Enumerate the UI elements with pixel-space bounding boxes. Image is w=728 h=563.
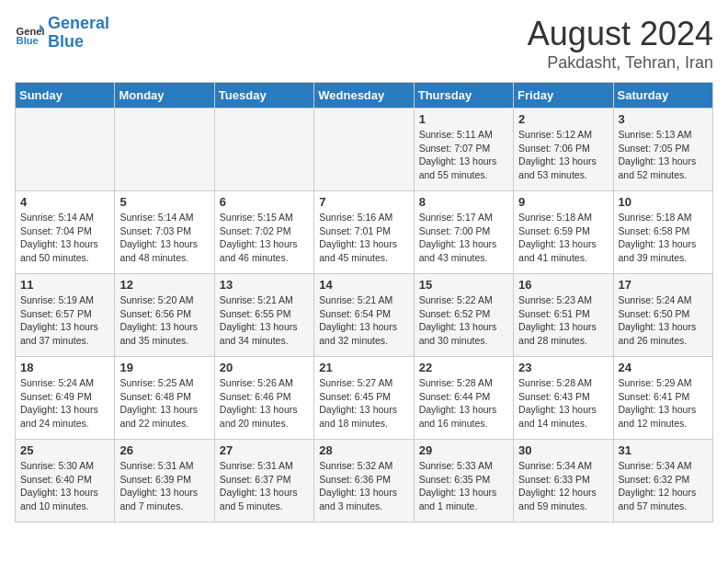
- day-number: 9: [518, 195, 608, 209]
- day-info: Sunrise: 5:31 AM Sunset: 6:39 PM Dayligh…: [119, 459, 209, 513]
- day-info: Sunrise: 5:16 AM Sunset: 7:01 PM Dayligh…: [319, 211, 408, 265]
- day-number: 21: [319, 361, 408, 374]
- day-number: 19: [119, 361, 209, 374]
- day-number: 25: [20, 443, 109, 457]
- header-tuesday: Tuesday: [214, 83, 313, 109]
- day-number: 13: [220, 278, 309, 292]
- day-number: 18: [20, 361, 109, 374]
- day-number: 28: [319, 443, 408, 457]
- logo: General Blue GeneralBlue: [15, 15, 109, 52]
- day-number: 3: [619, 112, 708, 126]
- calendar-cell: 25Sunrise: 5:30 AM Sunset: 6:40 PM Dayli…: [16, 440, 115, 523]
- calendar-cell: [16, 109, 115, 191]
- day-info: Sunrise: 5:30 AM Sunset: 6:40 PM Dayligh…: [20, 459, 109, 513]
- logo-icon: General Blue: [15, 18, 44, 48]
- day-info: Sunrise: 5:27 AM Sunset: 6:45 PM Dayligh…: [319, 376, 408, 431]
- header-thursday: Thursday: [414, 83, 513, 109]
- header-sunday: Sunday: [16, 83, 115, 109]
- day-info: Sunrise: 5:29 AM Sunset: 6:41 PM Dayligh…: [619, 376, 708, 431]
- day-info: Sunrise: 5:21 AM Sunset: 6:54 PM Dayligh…: [319, 293, 408, 348]
- day-number: 27: [220, 443, 309, 457]
- calendar-table: SundayMondayTuesdayWednesdayThursdayFrid…: [15, 82, 713, 523]
- calendar-cell: 6Sunrise: 5:15 AM Sunset: 7:02 PM Daylig…: [214, 191, 313, 274]
- day-number: 26: [119, 443, 209, 457]
- day-info: Sunrise: 5:18 AM Sunset: 6:58 PM Dayligh…: [619, 211, 708, 265]
- calendar-cell: 31Sunrise: 5:34 AM Sunset: 6:32 PM Dayli…: [613, 440, 712, 523]
- calendar-cell: 20Sunrise: 5:26 AM Sunset: 6:46 PM Dayli…: [214, 357, 313, 440]
- calendar-cell: 1Sunrise: 5:11 AM Sunset: 7:07 PM Daylig…: [414, 109, 513, 191]
- calendar-cell: 9Sunrise: 5:18 AM Sunset: 6:59 PM Daylig…: [514, 191, 613, 274]
- day-info: Sunrise: 5:13 AM Sunset: 7:05 PM Dayligh…: [619, 128, 708, 182]
- calendar-cell: 2Sunrise: 5:12 AM Sunset: 7:06 PM Daylig…: [514, 109, 613, 191]
- day-info: Sunrise: 5:32 AM Sunset: 6:36 PM Dayligh…: [319, 459, 408, 513]
- calendar-cell: 13Sunrise: 5:21 AM Sunset: 6:55 PM Dayli…: [214, 274, 313, 357]
- calendar-cell: [115, 109, 214, 191]
- logo-text: GeneralBlue: [48, 15, 109, 52]
- calendar-cell: 10Sunrise: 5:18 AM Sunset: 6:58 PM Dayli…: [613, 191, 712, 274]
- page-title: August 2024: [528, 15, 713, 53]
- calendar-week-row: 4Sunrise: 5:14 AM Sunset: 7:04 PM Daylig…: [16, 191, 713, 274]
- calendar-cell: 5Sunrise: 5:14 AM Sunset: 7:03 PM Daylig…: [115, 191, 214, 274]
- calendar-cell: 29Sunrise: 5:33 AM Sunset: 6:35 PM Dayli…: [414, 440, 513, 523]
- calendar-header-row: SundayMondayTuesdayWednesdayThursdayFrid…: [16, 83, 713, 109]
- calendar-cell: 19Sunrise: 5:25 AM Sunset: 6:48 PM Dayli…: [115, 357, 214, 440]
- day-number: 4: [20, 195, 109, 209]
- day-info: Sunrise: 5:15 AM Sunset: 7:02 PM Dayligh…: [220, 211, 309, 265]
- day-info: Sunrise: 5:20 AM Sunset: 6:56 PM Dayligh…: [119, 293, 209, 348]
- day-info: Sunrise: 5:18 AM Sunset: 6:59 PM Dayligh…: [518, 211, 608, 265]
- day-info: Sunrise: 5:28 AM Sunset: 6:44 PM Dayligh…: [419, 376, 508, 431]
- day-number: 16: [518, 278, 608, 292]
- calendar-week-row: 25Sunrise: 5:30 AM Sunset: 6:40 PM Dayli…: [16, 440, 713, 523]
- day-info: Sunrise: 5:17 AM Sunset: 7:00 PM Dayligh…: [419, 211, 508, 265]
- day-info: Sunrise: 5:11 AM Sunset: 7:07 PM Dayligh…: [419, 128, 508, 182]
- day-info: Sunrise: 5:26 AM Sunset: 6:46 PM Dayligh…: [220, 376, 309, 431]
- day-number: 15: [419, 278, 508, 292]
- calendar-cell: 22Sunrise: 5:28 AM Sunset: 6:44 PM Dayli…: [414, 357, 513, 440]
- page-subtitle: Pakdasht, Tehran, Iran: [528, 53, 713, 73]
- calendar-cell: 14Sunrise: 5:21 AM Sunset: 6:54 PM Dayli…: [314, 274, 414, 357]
- day-number: 14: [319, 278, 408, 292]
- calendar-week-row: 18Sunrise: 5:24 AM Sunset: 6:49 PM Dayli…: [16, 357, 713, 440]
- day-info: Sunrise: 5:31 AM Sunset: 6:37 PM Dayligh…: [220, 459, 309, 513]
- day-number: 10: [619, 195, 708, 209]
- day-number: 17: [619, 278, 708, 292]
- day-info: Sunrise: 5:24 AM Sunset: 6:50 PM Dayligh…: [619, 293, 708, 348]
- calendar-cell: 16Sunrise: 5:23 AM Sunset: 6:51 PM Dayli…: [514, 274, 613, 357]
- calendar-week-row: 11Sunrise: 5:19 AM Sunset: 6:57 PM Dayli…: [16, 274, 713, 357]
- day-info: Sunrise: 5:34 AM Sunset: 6:33 PM Dayligh…: [518, 459, 608, 513]
- day-info: Sunrise: 5:19 AM Sunset: 6:57 PM Dayligh…: [20, 293, 109, 348]
- calendar-cell: [214, 109, 313, 191]
- day-info: Sunrise: 5:14 AM Sunset: 7:04 PM Dayligh…: [20, 211, 109, 265]
- calendar-cell: 3Sunrise: 5:13 AM Sunset: 7:05 PM Daylig…: [613, 109, 712, 191]
- calendar-cell: 17Sunrise: 5:24 AM Sunset: 6:50 PM Dayli…: [613, 274, 712, 357]
- day-info: Sunrise: 5:25 AM Sunset: 6:48 PM Dayligh…: [119, 376, 209, 431]
- calendar-cell: 21Sunrise: 5:27 AM Sunset: 6:45 PM Dayli…: [314, 357, 414, 440]
- day-number: 31: [619, 443, 708, 457]
- day-number: 22: [419, 361, 508, 374]
- header-saturday: Saturday: [613, 83, 712, 109]
- day-info: Sunrise: 5:33 AM Sunset: 6:35 PM Dayligh…: [419, 459, 508, 513]
- day-number: 11: [20, 278, 109, 292]
- header-monday: Monday: [115, 83, 214, 109]
- calendar-cell: 7Sunrise: 5:16 AM Sunset: 7:01 PM Daylig…: [314, 191, 414, 274]
- day-info: Sunrise: 5:12 AM Sunset: 7:06 PM Dayligh…: [518, 128, 608, 182]
- day-info: Sunrise: 5:24 AM Sunset: 6:49 PM Dayligh…: [20, 376, 109, 431]
- day-number: 6: [220, 195, 309, 209]
- calendar-cell: 30Sunrise: 5:34 AM Sunset: 6:33 PM Dayli…: [514, 440, 613, 523]
- day-info: Sunrise: 5:14 AM Sunset: 7:03 PM Dayligh…: [119, 211, 209, 265]
- calendar-cell: 12Sunrise: 5:20 AM Sunset: 6:56 PM Dayli…: [115, 274, 214, 357]
- calendar-week-row: 1Sunrise: 5:11 AM Sunset: 7:07 PM Daylig…: [16, 109, 713, 191]
- day-info: Sunrise: 5:28 AM Sunset: 6:43 PM Dayligh…: [518, 376, 608, 431]
- day-number: 23: [518, 361, 608, 374]
- header-friday: Friday: [514, 83, 613, 109]
- day-number: 1: [419, 112, 508, 126]
- calendar-cell: 18Sunrise: 5:24 AM Sunset: 6:49 PM Dayli…: [16, 357, 115, 440]
- calendar-cell: 11Sunrise: 5:19 AM Sunset: 6:57 PM Dayli…: [16, 274, 115, 357]
- day-number: 7: [319, 195, 408, 209]
- day-info: Sunrise: 5:34 AM Sunset: 6:32 PM Dayligh…: [619, 459, 708, 513]
- day-info: Sunrise: 5:23 AM Sunset: 6:51 PM Dayligh…: [518, 293, 608, 348]
- calendar-cell: 4Sunrise: 5:14 AM Sunset: 7:04 PM Daylig…: [16, 191, 115, 274]
- calendar-cell: 26Sunrise: 5:31 AM Sunset: 6:39 PM Dayli…: [115, 440, 214, 523]
- day-info: Sunrise: 5:22 AM Sunset: 6:52 PM Dayligh…: [419, 293, 508, 348]
- title-block: August 2024 Pakdasht, Tehran, Iran: [528, 15, 713, 73]
